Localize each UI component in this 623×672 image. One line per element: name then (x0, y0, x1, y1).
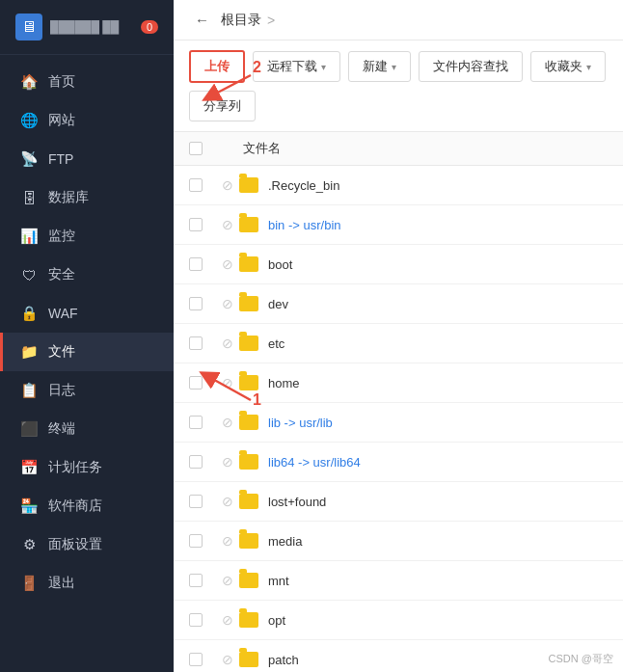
breadcrumb-root: 根目录 (221, 12, 261, 29)
table-row[interactable]: ⊘ boot (174, 245, 623, 284)
file-name-7: lib64 -> usr/lib64 (264, 455, 608, 470)
sidebar-item-monitor[interactable]: 📊 监控 (0, 217, 174, 255)
file-shield-icon-4: ⊘ (216, 332, 239, 355)
sidebar-item-database[interactable]: 🗄 数据库 (0, 178, 174, 217)
share-button[interactable]: 分享列 (189, 91, 256, 121)
sidebar-item-logs[interactable]: 📋 日志 (0, 371, 174, 410)
sidebar-item-appstore[interactable]: 🏪 软件商店 (0, 487, 174, 525)
website-icon: 🌐 (19, 112, 39, 129)
sidebar-label-appstore: 软件商店 (48, 497, 102, 515)
sidebar-item-home[interactable]: 🏠 首页 (0, 63, 174, 101)
logs-icon: 📋 (19, 382, 39, 399)
remote-download-button[interactable]: 远程下载 ▾ (253, 51, 340, 82)
file-name-9: media (264, 534, 608, 549)
table-row[interactable]: ⊘ dev (174, 284, 623, 324)
file-name-1: bin -> usr/bin (264, 218, 608, 232)
row-checkbox-4[interactable] (189, 336, 203, 350)
file-shield-icon-12: ⊘ (216, 648, 239, 671)
sidebar-label-logs: 日志 (48, 382, 75, 399)
row-checkbox-12[interactable] (189, 653, 203, 666)
sidebar-item-security[interactable]: 🛡 安全 (0, 255, 174, 294)
file-name-0: .Recycle_bin (264, 178, 608, 193)
logout-icon: 🚪 (19, 575, 39, 592)
sidebar-label-schedule: 计划任务 (48, 459, 102, 476)
row-checkbox-5[interactable] (189, 376, 203, 390)
folder-icon-8 (239, 494, 258, 509)
table-row[interactable]: ⊘ mnt (174, 561, 623, 601)
monitor-icon: 📊 (19, 228, 39, 245)
chevron-down-icon: ▾ (321, 62, 326, 72)
logo-text: ██████ ██ (50, 20, 133, 34)
favorites-button[interactable]: 收藏夹 ▾ (530, 51, 606, 82)
new-button[interactable]: 新建 ▾ (348, 51, 411, 82)
sidebar-label-ftp: FTP (48, 151, 73, 167)
sidebar-label-home: 首页 (48, 73, 75, 91)
file-name-2: boot (264, 257, 608, 272)
file-name-11: opt (264, 613, 608, 628)
chevron-down-icon: ▾ (586, 62, 591, 72)
table-row[interactable]: ⊘ media (174, 522, 623, 561)
breadcrumb: ← 根目录 > (174, 0, 623, 40)
sidebar-item-waf[interactable]: 🔒 WAF (0, 294, 174, 333)
breadcrumb-back-button[interactable]: ← (189, 10, 215, 30)
table-row[interactable]: ⊘ lib -> usr/lib (174, 403, 623, 443)
row-checkbox-0[interactable] (189, 178, 203, 192)
folder-icon-4 (239, 336, 258, 351)
folder-icon-10 (239, 573, 258, 588)
table-row[interactable]: ⊘ .Recycle_bin (174, 166, 623, 205)
security-icon: 🛡 (19, 267, 39, 283)
table-row[interactable]: ⊘ bin -> usr/bin (174, 205, 623, 245)
home-icon: 🏠 (19, 73, 39, 91)
folder-icon-7 (239, 454, 258, 470)
ftp-icon: 📡 (19, 150, 39, 168)
file-name-5: home (264, 376, 608, 390)
sidebar-item-website[interactable]: 🌐 网站 (0, 101, 174, 140)
file-shield-icon-1: ⊘ (216, 213, 239, 236)
sidebar-item-terminal[interactable]: ⬛ 终端 (0, 410, 174, 448)
table-row[interactable]: ⊘ etc (174, 324, 623, 363)
row-checkbox-2[interactable] (189, 257, 203, 271)
table-header: 文件名 (174, 132, 623, 166)
file-name-6: lib -> usr/lib (264, 416, 608, 430)
terminal-icon: ⬛ (19, 420, 39, 438)
upload-button[interactable]: 上传 (189, 50, 245, 83)
sidebar-item-files[interactable]: 📁 文件 (0, 333, 174, 371)
sidebar-label-logout: 退出 (48, 575, 75, 592)
notification-badge: 0 (141, 20, 158, 34)
row-checkbox-3[interactable] (189, 297, 203, 310)
folder-icon-0 (239, 177, 258, 193)
row-checkbox-8[interactable] (189, 495, 203, 508)
row-checkbox-7[interactable] (189, 455, 203, 469)
row-checkbox-9[interactable] (189, 534, 203, 548)
appstore-icon: 🏪 (19, 497, 39, 515)
file-shield-icon-9: ⊘ (216, 529, 239, 552)
row-checkbox-1[interactable] (189, 218, 203, 231)
file-table: 文件名 ⊘ .Recycle_bin ⊘ bin -> usr/bin ⊘ bo… (174, 132, 623, 672)
table-row[interactable]: ⊘ opt (174, 601, 623, 640)
row-checkbox-11[interactable] (189, 613, 203, 627)
row-checkbox-10[interactable] (189, 574, 203, 587)
file-shield-icon-11: ⊘ (216, 608, 239, 632)
select-all-checkbox[interactable] (189, 142, 203, 155)
sidebar-item-settings[interactable]: ⚙ 面板设置 (0, 525, 174, 564)
waf-icon: 🔒 (19, 305, 39, 322)
search-button[interactable]: 文件内容查找 (419, 51, 523, 82)
file-name-10: mnt (264, 574, 608, 588)
sidebar-item-schedule[interactable]: 📅 计划任务 (0, 448, 174, 487)
table-row[interactable]: ⊘ home (174, 363, 623, 403)
table-row[interactable]: ⊘ lost+found (174, 482, 623, 522)
files-icon: 📁 (19, 343, 39, 361)
sidebar-label-files: 文件 (48, 343, 75, 361)
folder-icon-12 (239, 652, 258, 667)
sidebar-item-ftp[interactable]: 📡 FTP (0, 140, 174, 178)
file-shield-icon-7: ⊘ (216, 450, 239, 473)
file-shield-icon-8: ⊘ (216, 490, 239, 513)
row-checkbox-6[interactable] (189, 416, 203, 429)
sidebar-label-database: 数据库 (48, 189, 89, 206)
watermark: CSDN @哥空 (549, 652, 613, 666)
sidebar-item-logout[interactable]: 🚪 退出 (0, 564, 174, 603)
chevron-down-icon: ▾ (392, 62, 396, 72)
file-shield-icon-6: ⊘ (216, 411, 239, 434)
database-icon: 🗄 (19, 190, 39, 206)
table-row[interactable]: ⊘ lib64 -> usr/lib64 (174, 443, 623, 482)
